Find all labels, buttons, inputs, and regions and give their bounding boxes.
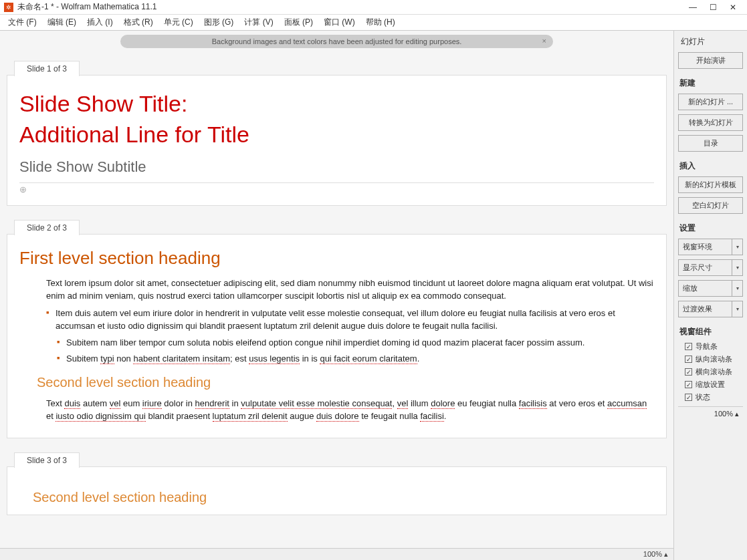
list-subitem[interactable]: Subitem nam liber tempor cum soluta nobi… bbox=[66, 336, 654, 349]
menu-cell[interactable]: 单元 (C) bbox=[158, 15, 199, 30]
section-heading-2[interactable]: Second level section heading bbox=[33, 490, 654, 505]
hscroll-checkbox[interactable]: ✓横向滚动条 bbox=[678, 366, 743, 378]
section-heading-1[interactable]: First level section heading bbox=[19, 248, 654, 269]
menu-insert[interactable]: 插入 (I) bbox=[82, 15, 118, 30]
transition-dropdown[interactable]: 过渡效果▾ bbox=[678, 301, 743, 317]
slide-2[interactable]: Slide 2 of 3 First level section heading… bbox=[7, 234, 667, 438]
start-presentation-button[interactable]: 开始演讲 bbox=[678, 52, 743, 69]
notebook-area[interactable]: Background images and text colors have b… bbox=[0, 31, 673, 560]
menu-window[interactable]: 窗口 (W) bbox=[318, 15, 360, 30]
info-banner-close-icon[interactable]: × bbox=[542, 37, 546, 45]
body-text[interactable]: Text duis autem vel eum iriure dolor in … bbox=[46, 397, 654, 423]
chevron-down-icon: ▾ bbox=[732, 301, 742, 317]
section-heading-2[interactable]: Second level section heading bbox=[37, 375, 654, 390]
section-new-label: 新建 bbox=[679, 78, 743, 89]
display-size-dropdown[interactable]: 显示尺寸▾ bbox=[678, 259, 743, 276]
window-title: 未命名-1 * - Wolfram Mathematica 11.1 bbox=[17, 1, 157, 13]
view-environment-dropdown[interactable]: 视窗环境▾ bbox=[678, 239, 743, 255]
slide-tab[interactable]: Slide 1 of 3 bbox=[14, 61, 80, 76]
menu-bar: 文件 (F) 编辑 (E) 插入 (I) 格式 (R) 单元 (C) 图形 (G… bbox=[0, 15, 747, 31]
zoom-indicator[interactable]: 100% ▴ bbox=[643, 550, 668, 559]
new-slide-template-button[interactable]: 新的幻灯片模板 bbox=[678, 176, 743, 193]
slide-tab[interactable]: Slide 2 of 3 bbox=[14, 220, 80, 235]
blank-slide-button[interactable]: 空白幻灯片 bbox=[678, 197, 743, 214]
list-item[interactable]: Item duis autem vel eum iriure dolor in … bbox=[56, 307, 654, 333]
palette-zoom-indicator[interactable]: 100% ▴ bbox=[678, 406, 743, 421]
status-checkbox[interactable]: ✓状态 bbox=[678, 391, 743, 404]
chevron-down-icon: ▾ bbox=[732, 281, 742, 296]
slide-subtitle[interactable]: Slide Show Subtitle bbox=[19, 158, 654, 176]
status-bar: 100% ▴ bbox=[0, 548, 673, 560]
palette-title: 幻灯片 bbox=[678, 35, 743, 50]
section-insert-label: 插入 bbox=[679, 160, 743, 172]
toc-button[interactable]: 目录 bbox=[678, 135, 743, 152]
navbar-checkbox[interactable]: ✓导航条 bbox=[678, 340, 743, 353]
list-subitem[interactable]: Subitem typi non habent claritatem insit… bbox=[66, 352, 654, 366]
menu-evaluation[interactable]: 计算 (V) bbox=[239, 15, 278, 30]
slide-tab[interactable]: Slide 3 of 3 bbox=[14, 452, 80, 468]
new-slide-button[interactable]: 新的幻灯片 ... bbox=[678, 94, 743, 110]
slideshow-palette: 幻灯片 开始演讲 新建 新的幻灯片 ... 转换为幻灯片 目录 插入 新的幻灯片… bbox=[673, 31, 747, 560]
window-titlebar: ✲ 未命名-1 * - Wolfram Mathematica 11.1 — ☐… bbox=[0, 0, 747, 15]
slide-title[interactable]: Slide Show Title: Additional Line for Ti… bbox=[19, 89, 654, 150]
chevron-down-icon: ▾ bbox=[732, 239, 742, 255]
section-components-label: 视窗组件 bbox=[679, 326, 743, 337]
slide-3[interactable]: Slide 3 of 3 Second level section headin… bbox=[7, 466, 667, 515]
vscroll-checkbox[interactable]: ✓纵向滚动条 bbox=[678, 353, 743, 366]
minimize-button[interactable]: — bbox=[683, 1, 703, 14]
app-icon: ✲ bbox=[4, 3, 13, 12]
info-banner-text: Background images and text colors have b… bbox=[212, 37, 462, 45]
slide-1[interactable]: Slide 1 of 3 Slide Show Title: Additiona… bbox=[7, 75, 667, 206]
zoom-settings-checkbox[interactable]: ✓缩放设置 bbox=[678, 378, 743, 391]
info-banner: Background images and text colors have b… bbox=[120, 35, 553, 48]
menu-palettes[interactable]: 面板 (P) bbox=[279, 15, 318, 30]
zoom-dropdown[interactable]: 缩放▾ bbox=[678, 280, 743, 297]
menu-format[interactable]: 格式 (R) bbox=[118, 15, 158, 30]
menu-help[interactable]: 帮助 (H) bbox=[360, 15, 401, 30]
body-text[interactable]: Text lorem ipsum dolor sit amet, consect… bbox=[46, 277, 654, 303]
add-cell-row[interactable]: ⊕ bbox=[19, 182, 654, 194]
maximize-button[interactable]: ☐ bbox=[703, 1, 723, 14]
menu-file[interactable]: 文件 (F) bbox=[3, 15, 42, 30]
section-settings-label: 设置 bbox=[679, 223, 743, 234]
convert-to-slide-button[interactable]: 转换为幻灯片 bbox=[678, 114, 743, 131]
menu-edit[interactable]: 编辑 (E) bbox=[42, 15, 82, 30]
close-button[interactable]: ✕ bbox=[723, 1, 743, 14]
chevron-down-icon: ▾ bbox=[732, 260, 742, 275]
menu-graphics[interactable]: 图形 (G) bbox=[199, 15, 239, 30]
